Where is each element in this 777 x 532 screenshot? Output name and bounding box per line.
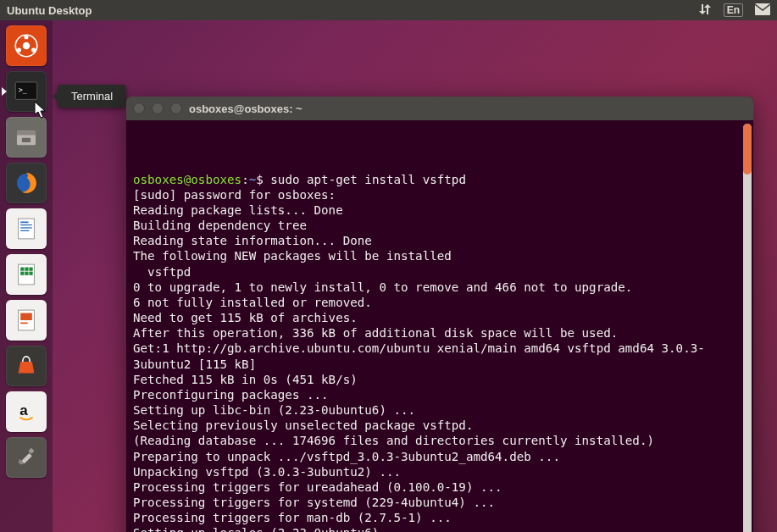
svg-rect-18 bbox=[20, 268, 24, 271]
terminal-line: Selecting previously unselected package … bbox=[133, 418, 746, 433]
terminal-line: Reading package lists... Done bbox=[133, 202, 746, 218]
scrollbar-track[interactable] bbox=[743, 124, 752, 532]
terminal-line: Preparing to unpack .../vsftpd_3.0.3-3ub… bbox=[133, 449, 746, 464]
terminal-line: 0 to upgrade, 1 to newly install, 0 to r… bbox=[133, 280, 746, 295]
prompt-sep: : bbox=[241, 173, 249, 186]
svg-rect-28 bbox=[28, 448, 34, 454]
window-title: osboxes@osboxes: ~ bbox=[189, 103, 302, 115]
svg-rect-15 bbox=[20, 227, 32, 228]
launcher-settings[interactable] bbox=[6, 437, 47, 478]
svg-text:>_: >_ bbox=[19, 86, 28, 94]
svg-point-5 bbox=[23, 42, 31, 50]
terminal-line: Setting up locales (2.23-0ubuntu6) ... bbox=[133, 525, 746, 532]
terminal-line: Preconfiguring packages ... bbox=[133, 387, 746, 402]
terminal-line: vsftpd bbox=[133, 264, 746, 280]
svg-rect-13 bbox=[20, 222, 28, 224]
launcher-amazon[interactable]: a bbox=[6, 391, 47, 432]
launcher-dash[interactable] bbox=[6, 25, 47, 66]
terminal-output: [sudo] password for osboxes:Reading pack… bbox=[133, 187, 746, 532]
svg-rect-25 bbox=[20, 313, 32, 321]
terminal-line: Fetched 115 kB in 0s (451 kB/s) bbox=[133, 372, 746, 387]
scrollbar-thumb[interactable] bbox=[743, 124, 752, 175]
svg-point-3 bbox=[31, 48, 36, 53]
top-menu-bar: Ubuntu Desktop En bbox=[0, 0, 777, 20]
terminal-line: (Reading database ... 174696 files and d… bbox=[133, 433, 746, 448]
terminal-line: Reading state information... Done bbox=[133, 233, 746, 248]
launcher-tooltip: Terminal bbox=[58, 85, 126, 108]
terminal-line: Processing triggers for man-db (2.7.5-1)… bbox=[133, 510, 746, 525]
window-titlebar[interactable]: osboxes@osboxes: ~ bbox=[126, 97, 753, 120]
terminal-line: Unpacking vsftpd (3.0.3-3ubuntu2) ... bbox=[133, 464, 746, 479]
launcher-writer[interactable] bbox=[6, 208, 47, 249]
prompt-end: $ bbox=[256, 173, 270, 186]
terminal-window: osboxes@osboxes: ~ osboxes@osboxes:~$ su… bbox=[126, 97, 753, 532]
active-window-title: Ubuntu Desktop bbox=[7, 4, 698, 17]
window-minimize-button[interactable] bbox=[152, 103, 164, 114]
terminal-line: 6 not fully installed or removed. bbox=[133, 295, 746, 310]
terminal-line: Get:1 http://gb.archive.ubuntu.com/ubunt… bbox=[133, 341, 746, 371]
svg-rect-23 bbox=[29, 272, 32, 275]
launcher-calc[interactable] bbox=[6, 254, 47, 295]
svg-rect-19 bbox=[25, 268, 28, 271]
window-close-button[interactable] bbox=[133, 103, 145, 114]
svg-rect-14 bbox=[20, 224, 32, 225]
svg-rect-16 bbox=[20, 230, 29, 231]
terminal-body[interactable]: osboxes@osboxes:~$ sudo apt-get install … bbox=[126, 120, 753, 532]
svg-rect-9 bbox=[17, 130, 36, 135]
launcher-impress[interactable] bbox=[6, 300, 47, 341]
svg-point-4 bbox=[17, 48, 21, 53]
launcher-firefox[interactable] bbox=[6, 163, 47, 203]
window-maximize-button[interactable] bbox=[170, 103, 182, 114]
unity-launcher: >_ a bbox=[0, 20, 53, 532]
cursor-icon bbox=[34, 101, 47, 119]
launcher-software[interactable] bbox=[6, 346, 47, 386]
mail-icon[interactable] bbox=[755, 3, 770, 18]
terminal-line: Building dependency tree bbox=[133, 218, 746, 233]
terminal-line: Need to get 115 kB of archives. bbox=[133, 310, 746, 325]
svg-rect-10 bbox=[22, 138, 31, 142]
language-indicator[interactable]: En bbox=[724, 3, 743, 17]
terminal-line: Setting up libc-bin (2.23-0ubuntu6) ... bbox=[133, 402, 746, 418]
prompt-path: ~ bbox=[249, 173, 257, 186]
svg-point-2 bbox=[24, 35, 28, 39]
terminal-line: Processing triggers for systemd (229-4ub… bbox=[133, 495, 746, 510]
terminal-line: The following NEW packages will be insta… bbox=[133, 248, 746, 263]
terminal-line: [sudo] password for osboxes: bbox=[133, 187, 746, 202]
svg-rect-20 bbox=[29, 268, 32, 271]
svg-rect-0 bbox=[755, 3, 770, 15]
launcher-files[interactable] bbox=[6, 117, 47, 158]
svg-rect-26 bbox=[20, 323, 28, 324]
terminal-line: Processing triggers for ureadahead (0.10… bbox=[133, 479, 746, 495]
prompt-user: osboxes@osboxes bbox=[133, 173, 241, 186]
svg-text:a: a bbox=[19, 402, 28, 418]
svg-rect-21 bbox=[20, 272, 24, 275]
command-text: sudo apt-get install vsftpd bbox=[270, 173, 466, 186]
svg-rect-22 bbox=[25, 272, 28, 275]
system-tray: En bbox=[698, 3, 770, 19]
terminal-line: After this operation, 336 kB of addition… bbox=[133, 325, 746, 341]
network-icon[interactable] bbox=[698, 3, 712, 19]
